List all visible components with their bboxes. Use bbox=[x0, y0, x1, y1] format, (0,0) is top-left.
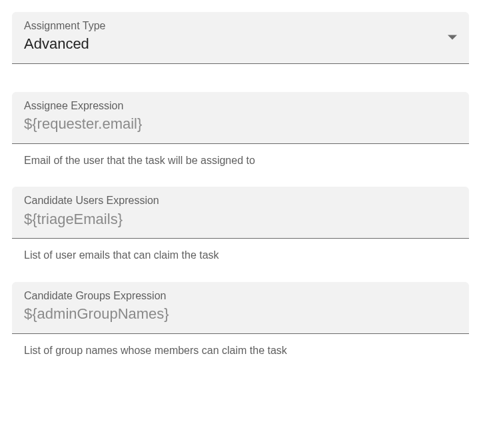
assignment-type-field: Assignment Type Advanced bbox=[12, 12, 469, 64]
assignment-type-label: Assignment Type bbox=[24, 19, 457, 33]
assignment-type-select[interactable]: Assignment Type Advanced bbox=[12, 12, 469, 64]
candidate-groups-helper: List of group names whose members can cl… bbox=[12, 334, 469, 358]
candidate-groups-field: Candidate Groups Expression ${adminGroup… bbox=[12, 282, 469, 358]
candidate-groups-input[interactable]: Candidate Groups Expression ${adminGroup… bbox=[12, 282, 469, 334]
assignee-expression-input[interactable]: Assignee Expression ${requester.email} bbox=[12, 92, 469, 144]
candidate-users-label: Candidate Users Expression bbox=[24, 193, 457, 208]
candidate-groups-value: ${adminGroupNames} bbox=[24, 305, 457, 324]
chevron-down-icon bbox=[448, 35, 457, 40]
candidate-users-value: ${triageEmails} bbox=[24, 210, 457, 229]
assignment-type-value: Advanced bbox=[24, 35, 457, 54]
candidate-groups-label: Candidate Groups Expression bbox=[24, 289, 457, 303]
candidate-users-helper: List of user emails that can claim the t… bbox=[12, 239, 469, 263]
assignee-expression-value: ${requester.email} bbox=[24, 115, 457, 134]
candidate-users-field: Candidate Users Expression ${triageEmail… bbox=[12, 187, 469, 263]
candidate-users-input[interactable]: Candidate Users Expression ${triageEmail… bbox=[12, 187, 469, 239]
assignee-expression-label: Assignee Expression bbox=[24, 99, 457, 113]
assignee-expression-field: Assignee Expression ${requester.email} E… bbox=[12, 92, 469, 168]
assignee-expression-helper: Email of the user that the task will be … bbox=[12, 144, 469, 168]
